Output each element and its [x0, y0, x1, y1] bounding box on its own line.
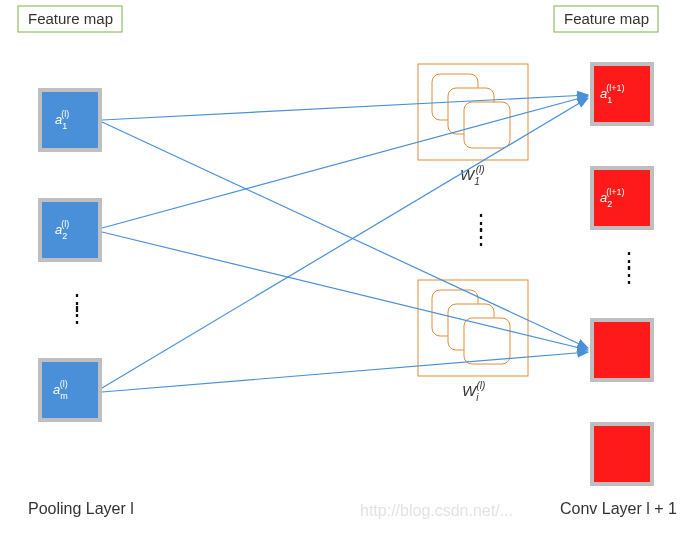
svg-rect-23: [592, 424, 652, 484]
left-layer-label: Pooling Layer l: [28, 500, 134, 517]
svg-rect-4: [40, 200, 100, 260]
svg-text:Wi(l): Wi(l): [462, 380, 485, 403]
right-node-3: [592, 320, 652, 380]
right-vdots2: ⋮: [618, 262, 640, 287]
kernel-vdots2: ⋮: [470, 224, 492, 249]
right-node-2: a2(l+1): [592, 168, 652, 228]
left-title-box: Feature map: [18, 6, 122, 32]
svg-rect-6: [40, 360, 100, 420]
right-node-1: a1(l+1): [592, 64, 652, 124]
diagram-canvas: Feature map Feature map a1(l) a2(l) ⋮ ⋮ …: [0, 0, 697, 533]
right-node-4: [592, 424, 652, 484]
edge-am-w1: [102, 98, 588, 388]
edge-a2-wi: [102, 232, 588, 350]
svg-rect-2: [40, 90, 100, 150]
kernel-group-1: W1(l): [418, 64, 528, 187]
watermark-text: http://blog.csdn.net/...: [360, 502, 513, 519]
svg-rect-11: [464, 102, 510, 148]
right-title-text: Feature map: [564, 10, 649, 27]
svg-rect-22: [592, 320, 652, 380]
left-title-text: Feature map: [28, 10, 113, 27]
left-node-m: am(l): [40, 360, 100, 420]
left-node-2: a2(l): [40, 200, 100, 260]
left-node-1: a1(l): [40, 90, 100, 150]
edge-a1-wi: [102, 122, 588, 348]
left-vdots-2: ⋮: [66, 302, 88, 327]
right-layer-label: Conv Layer l + 1: [560, 500, 677, 517]
right-title-box: Feature map: [554, 6, 658, 32]
kernel-group-i: Wi(l): [418, 280, 528, 403]
edge-am-wi: [102, 352, 588, 392]
